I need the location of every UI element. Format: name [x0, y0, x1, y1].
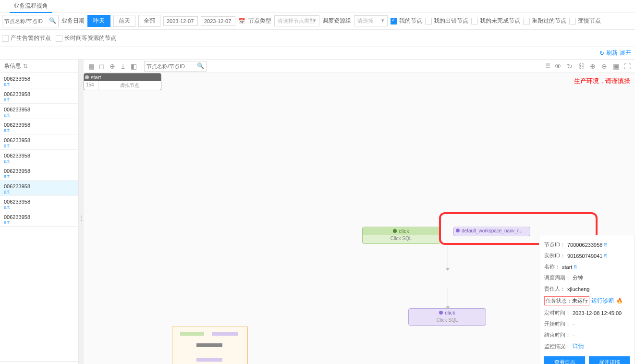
zoom-out-icon[interactable]: ⊖ — [600, 62, 608, 70]
diagnosis-link[interactable]: 运行诊断 — [591, 297, 614, 305]
zoom-in-icon[interactable]: ⊕ — [589, 62, 597, 70]
minimap[interactable] — [172, 327, 248, 364]
cb-wait-nodes[interactable]: 长时间等资源的节点 — [56, 34, 116, 42]
copy-icon[interactable]: ⎘ — [604, 253, 607, 258]
task-status: 任务状态：未运行 — [544, 296, 589, 305]
list-item[interactable]: 006233958art — [0, 196, 78, 211]
list-item[interactable]: 006233958art — [0, 119, 78, 134]
list-item[interactable]: 006233958art — [0, 88, 78, 104]
refresh-icon[interactable]: ↻ — [566, 62, 574, 70]
left-list: 006233958art 006233958art 006233958art 0… — [0, 73, 78, 361]
cb-rerun-nodes[interactable]: 重跑过的节点 — [523, 17, 566, 25]
calendar-icon[interactable]: 📅 — [238, 18, 245, 24]
btn-view-log[interactable]: 查看日志 — [544, 356, 585, 364]
fit-icon[interactable]: ▣ — [612, 62, 620, 70]
list-item[interactable]: 006233958art — [0, 165, 78, 181]
monitor-link[interactable]: 详情 — [573, 342, 584, 351]
node-type-label: 节点类型 — [248, 17, 271, 25]
search-input[interactable] — [2, 15, 46, 27]
environment-warning: 生产环境，请谨慎操 — [574, 77, 630, 85]
canvas-search-input[interactable] — [145, 61, 195, 71]
splitter[interactable] — [79, 60, 84, 364]
ct-icon-1[interactable]: ▦ — [87, 62, 95, 70]
search-icon[interactable]: 🔍 — [49, 17, 56, 24]
arrow-icon — [446, 306, 450, 309]
link-icon[interactable]: ⛓ — [577, 62, 585, 70]
refresh-link[interactable]: 刷新 — [606, 49, 618, 57]
ct-icon-5[interactable]: ◧ — [130, 62, 137, 70]
detail-panel: 节点ID：700006233958⎘ 实例ID：901650749041⎘ 名称… — [539, 235, 635, 364]
canvas-search: 🔍 — [144, 61, 207, 72]
left-panel: 条信息 ⇅ 006233958art 006233958art 00623395… — [0, 60, 79, 364]
sort-icon[interactable]: ⇅ — [23, 63, 28, 70]
ct-icon-2[interactable]: ◻ — [98, 62, 106, 70]
node-start[interactable]: start 154 虚拟节点 — [84, 73, 161, 90]
ct-icon-3[interactable]: ⊕ — [109, 62, 116, 70]
layers-icon[interactable]: ☰ — [545, 63, 550, 70]
list-item[interactable]: 006233958art — [0, 134, 78, 150]
resource-select[interactable]: 请选择 — [354, 15, 388, 26]
ct-icon-4[interactable]: ± — [119, 62, 127, 70]
list-item[interactable]: 006233958art — [0, 211, 78, 227]
list-item[interactable]: 006233958art — [0, 150, 78, 165]
date-to[interactable]: 2023-12-07 — [201, 16, 235, 26]
list-item[interactable]: 006233958art — [0, 181, 78, 196]
toolbar-row-2: 产生告警的节点 长时间等资源的节点 — [0, 30, 635, 47]
cb-my-nodes[interactable]: 我的节点 — [391, 17, 422, 25]
canvas-area[interactable]: ▦ ◻ ⊕ ± ◧ 🔍 ☰ 👁 ↻ ⛓ ⊕ ⊖ ▣ ⛶ — [84, 60, 635, 364]
search-icon[interactable]: 🔍 — [197, 62, 204, 69]
edge — [448, 244, 448, 270]
eye-icon[interactable]: 👁 — [554, 62, 562, 70]
date-from[interactable]: 2023-12-07 — [163, 16, 198, 26]
btn-expand-detail[interactable]: 展开详情 — [589, 356, 630, 364]
copy-icon[interactable]: ⎘ — [604, 242, 607, 247]
resource-label: 调度资源组 — [322, 17, 351, 25]
toolbar-row-1: 🔍 业务日期 昨天 前天 全部 2023-12-07 2023-12-07 📅 … — [0, 12, 635, 30]
arrow-icon — [446, 268, 450, 271]
list-item[interactable]: 006233958art — [0, 104, 78, 119]
list-item[interactable]: 006233958art — [0, 73, 78, 88]
pager: ‹ 5/8 › — [0, 361, 78, 364]
node-click-1[interactable]: click Click SQL — [362, 227, 440, 244]
cb-error-nodes[interactable]: 我的出错节点 — [425, 17, 468, 25]
btn-today[interactable]: 昨天 — [87, 15, 110, 27]
cb-undone-nodes[interactable]: 我的未完成节点 — [471, 17, 520, 25]
fullscreen-icon[interactable]: ⛶ — [623, 62, 631, 70]
cb-alarm-nodes[interactable]: 产生告警的节点 — [2, 34, 51, 42]
tab-business-flow[interactable]: 业务流程视角 — [10, 0, 52, 13]
refresh-icon[interactable]: ↻ — [599, 50, 604, 57]
expand-link[interactable]: 展开 — [620, 49, 631, 57]
btn-all[interactable]: 全部 — [138, 15, 160, 27]
edge — [448, 287, 448, 308]
copy-icon[interactable]: ⎘ — [574, 264, 577, 269]
btn-yesterday[interactable]: 前天 — [113, 15, 135, 27]
node-type-select[interactable]: 请选择节点类型 — [274, 15, 319, 26]
cb-slow-nodes[interactable]: 变慢节点 — [569, 17, 601, 25]
left-header: 条信息 ⇅ — [0, 60, 78, 73]
node-click-2[interactable]: click Click SQL — [408, 308, 486, 326]
search-input-wrap: 🔍 — [2, 15, 59, 27]
fire-icon: 🔥 — [616, 298, 623, 304]
biz-date-label: 业务日期 — [61, 17, 85, 25]
